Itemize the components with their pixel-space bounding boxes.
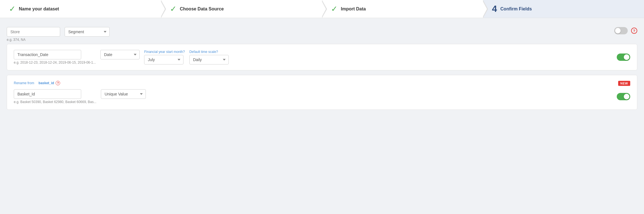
store-input[interactable] [7, 27, 60, 37]
timescale-select[interactable]: Daily Weekly Monthly [189, 55, 229, 64]
financial-year-field-block: Financial year start month? July January… [144, 50, 185, 64]
step-1[interactable]: ✓ Name your dataset [0, 0, 161, 18]
help-icon-row1[interactable]: ? [631, 28, 637, 34]
step-4-label: Confirm Fields [500, 6, 532, 12]
basket-hint: e.g. Basket 50390, Basket 62980, Basket … [14, 100, 96, 104]
rename-source-text: basket_id [38, 81, 54, 85]
row-store-segment: e.g. 374, NA Segment ? [7, 24, 637, 44]
transaction-date-input[interactable] [14, 50, 81, 59]
row1-toggle[interactable] [614, 27, 628, 34]
step-3-label: Import Data [341, 6, 366, 12]
store-hint: e.g. 374, NA [7, 38, 60, 42]
store-field-block: e.g. 374, NA [7, 27, 60, 42]
unique-value-field-block: Unique Value [101, 89, 146, 99]
main-content: e.g. 374, NA Segment ? e.g. 2018-12-23, … [0, 18, 644, 120]
date-type-field-block: Date [100, 50, 140, 59]
basket-id-card: Rename from basket_id ? NEW e.g. Basket … [7, 75, 637, 110]
transaction-date-card: e.g. 2018-12-23, 2018-12-24, 2019-06-15,… [7, 44, 637, 70]
rename-label: Rename from basket_id ? [14, 81, 60, 85]
row1-right: ? [610, 27, 637, 34]
new-badge: NEW [618, 81, 630, 86]
financial-year-month-select[interactable]: July January February March April May Ju… [144, 55, 183, 64]
basket-id-input[interactable] [14, 89, 81, 99]
transaction-hint: e.g. 2018-12-23, 2018-12-24, 2019-06-15,… [14, 61, 96, 64]
basket-help-icon[interactable]: ? [56, 81, 60, 85]
step-1-label: Name your dataset [19, 6, 59, 12]
step-2-check-icon: ✓ [170, 5, 176, 13]
step-2-label: Choose Data Source [180, 6, 224, 12]
basket-card-row: e.g. Basket 50390, Basket 62980, Basket … [14, 89, 630, 104]
segment-field-block: Segment [65, 27, 110, 37]
rename-from-text: Rename from [14, 81, 34, 85]
step-3-check-icon: ✓ [331, 5, 337, 13]
step-4[interactable]: 4 Confirm Fields [483, 0, 644, 18]
transaction-card-row: e.g. 2018-12-23, 2018-12-24, 2019-06-15,… [14, 50, 630, 64]
segment-select[interactable]: Segment [65, 27, 110, 37]
transaction-toggle[interactable] [617, 54, 630, 61]
timescale-label: Default time scale? [189, 50, 229, 54]
step-4-number: 4 [492, 4, 497, 14]
transaction-field-block: e.g. 2018-12-23, 2018-12-24, 2019-06-15,… [14, 50, 96, 64]
basket-toggle[interactable] [617, 93, 630, 100]
step-1-check-icon: ✓ [9, 5, 15, 13]
step-2[interactable]: ✓ Choose Data Source [161, 0, 322, 18]
unique-value-select[interactable]: Unique Value [101, 89, 146, 99]
timescale-field-block: Default time scale? Daily Weekly Monthly [189, 50, 229, 64]
step-3[interactable]: ✓ Import Data [322, 0, 483, 18]
date-type-select[interactable]: Date [100, 50, 140, 59]
stepper: ✓ Name your dataset ✓ Choose Data Source… [0, 0, 644, 18]
basket-card-header: Rename from basket_id ? NEW [14, 81, 630, 87]
financial-year-label: Financial year start month? [144, 50, 185, 54]
basket-field-block: e.g. Basket 50390, Basket 62980, Basket … [14, 89, 96, 104]
